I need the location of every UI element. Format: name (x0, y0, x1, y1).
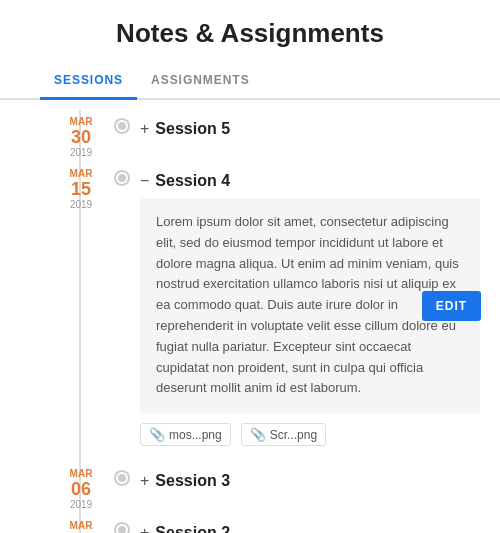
toggle-icon[interactable]: + (140, 473, 149, 489)
session-date: MAR 05 2019 (60, 514, 102, 533)
attachment-name: mos...png (169, 428, 222, 442)
session-date: MAR 30 2019 (60, 110, 102, 160)
sessions-list: MAR 30 2019 + Session 5 MAR 15 2019 − Se… (0, 100, 500, 533)
timeline-dot (116, 120, 128, 132)
toggle-icon[interactable]: + (140, 121, 149, 137)
timeline-dot (116, 524, 128, 533)
date-year: 2019 (60, 498, 102, 512)
session-content: + Session 3 (140, 462, 480, 514)
page-title: Notes & Assignments (0, 0, 500, 63)
session-item: MAR 06 2019 + Session 3 (60, 462, 480, 514)
tab-bar: SESSIONS ASSIGNMENTS (0, 63, 500, 100)
session-item: MAR 15 2019 − Session 4 Lorem ipsum dolo… (60, 162, 480, 462)
session-title: Session 5 (155, 120, 230, 138)
edit-button[interactable]: EDIT (422, 291, 481, 321)
date-day: 15 (60, 180, 102, 198)
timeline-dot (116, 472, 128, 484)
session-content: + Session 2 (140, 514, 480, 533)
toggle-icon[interactable]: + (140, 525, 149, 533)
timeline-dot (116, 172, 128, 184)
session-header: + Session 5 (140, 116, 480, 146)
date-day: 30 (60, 128, 102, 146)
session-body-text: Lorem ipsum dolor sit amet, consectetur … (156, 212, 464, 399)
paperclip-icon: 📎 (250, 427, 266, 442)
session-title: Session 2 (155, 524, 230, 533)
session-date: MAR 06 2019 (60, 462, 102, 512)
toggle-icon[interactable]: − (140, 173, 149, 189)
date-year: 2019 (60, 146, 102, 160)
session-date: MAR 15 2019 (60, 162, 102, 212)
session-item: MAR 30 2019 + Session 5 (60, 110, 480, 162)
session-header: − Session 4 (140, 168, 480, 198)
session-title: Session 4 (155, 172, 230, 190)
attachments: 📎 mos...png 📎 Scr...png (140, 423, 480, 446)
session-item: MAR 05 2019 + Session 2 (60, 514, 480, 533)
date-day: 06 (60, 480, 102, 498)
tab-sessions[interactable]: SESSIONS (40, 63, 137, 100)
session-content: − Session 4 Lorem ipsum dolor sit amet, … (140, 162, 480, 462)
attachment-item[interactable]: 📎 mos...png (140, 423, 231, 446)
date-year: 2019 (60, 198, 102, 212)
paperclip-icon: 📎 (149, 427, 165, 442)
session-header: + Session 2 (140, 520, 480, 533)
session-title: Session 3 (155, 472, 230, 490)
session-content: + Session 5 (140, 110, 480, 162)
attachment-item[interactable]: 📎 Scr...png (241, 423, 326, 446)
tab-assignments[interactable]: ASSIGNMENTS (137, 63, 264, 100)
attachment-name: Scr...png (270, 428, 317, 442)
session-body: Lorem ipsum dolor sit amet, consectetur … (140, 198, 480, 413)
session-header: + Session 3 (140, 468, 480, 498)
